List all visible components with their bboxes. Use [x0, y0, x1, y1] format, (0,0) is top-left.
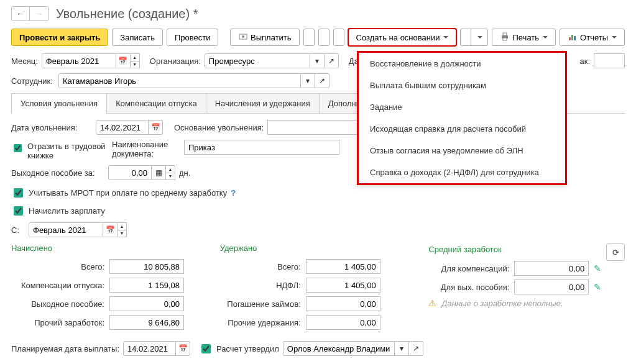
approved-select-button[interactable]: ▾: [395, 341, 409, 356]
svg-rect-12: [571, 35, 573, 40]
document-icon-button[interactable]: [303, 29, 315, 46]
print-button[interactable]: Печать: [492, 29, 556, 46]
org-select-button[interactable]: ▾: [310, 53, 325, 68]
approved-open-button[interactable]: ↗: [409, 341, 423, 356]
pay-button[interactable]: Выплатить: [230, 29, 300, 46]
org-label: Организация:: [150, 57, 201, 66]
save-button[interactable]: Записать: [112, 29, 163, 46]
employee-input[interactable]: [58, 73, 301, 88]
reflect-in-book-label: Отразить в трудовой книжке: [27, 142, 108, 160]
avg-comp-input[interactable]: [514, 261, 589, 276]
calendar-picker-button[interactable]: 📅: [116, 53, 131, 68]
svg-point-1: [242, 35, 244, 38]
printer-icon: [500, 32, 510, 43]
menu-item-outgoing-cert[interactable]: Исходящая справка для расчета пособий: [359, 118, 565, 140]
withheld-heading: Удержано: [220, 243, 417, 253]
consider-mrot-label: Учитывать МРОТ при оплате по среднему за…: [29, 188, 227, 198]
comp-input[interactable]: [109, 278, 184, 293]
caret-down-icon: [612, 36, 617, 39]
tab-conditions[interactable]: Условия увольнения: [11, 93, 107, 114]
svg-rect-11: [569, 37, 571, 40]
folder-button[interactable]: [460, 29, 471, 46]
tab-compensations[interactable]: Компенсации отпуска: [106, 93, 206, 113]
help-icon[interactable]: ?: [231, 188, 236, 198]
caret-down-icon: [443, 36, 448, 39]
script-icon-button[interactable]: [333, 29, 344, 46]
other-income-label: Прочий заработок:: [11, 318, 104, 327]
edit-avg-comp-button[interactable]: ✎: [594, 263, 601, 273]
dismissal-date-input[interactable]: [96, 120, 149, 135]
tab-accruals[interactable]: Начисления и удержания: [206, 93, 320, 113]
employee-label: Сотрудник:: [11, 76, 55, 86]
org-input[interactable]: [205, 53, 310, 68]
warning-icon: ⚠: [428, 298, 436, 308]
planned-date-label: Планируемая дата выплаты:: [11, 344, 119, 353]
svg-rect-9: [503, 33, 507, 35]
forward-button: →: [30, 6, 48, 21]
back-button[interactable]: ←: [11, 6, 30, 21]
severance-unit-label: дн.: [179, 168, 190, 178]
approved-input[interactable]: [283, 341, 395, 356]
doc-name-input[interactable]: [184, 140, 339, 155]
comp-label: Компенсации отпуска:: [11, 281, 104, 290]
withheld-total-input[interactable]: [306, 259, 380, 274]
period-picker-button[interactable]: 📅: [103, 222, 118, 237]
avg-comp-label: Для компенсаций:: [428, 264, 509, 273]
accrued-total-label: Всего:: [11, 262, 104, 271]
menu-item-income-cert[interactable]: Справка о доходах (2-НДФЛ) для сотрудник…: [359, 162, 565, 183]
month-input[interactable]: [42, 53, 116, 68]
create-on-basis-menu: Восстановление в должности Выплата бывши…: [357, 51, 567, 185]
reports-button[interactable]: Отчеты: [560, 29, 625, 46]
create-on-basis-button[interactable]: Создать на основании: [348, 29, 457, 46]
attach-icon-button[interactable]: [318, 29, 330, 46]
planned-date-input[interactable]: [123, 341, 176, 356]
accrue-salary-checkbox[interactable]: [14, 206, 23, 216]
menu-item-payment-former[interactable]: Выплата бывшим сотрудникам: [359, 75, 565, 96]
period-spinner[interactable]: ▲▼: [118, 222, 127, 237]
month-spinner[interactable]: ▲▼: [131, 53, 140, 68]
employee-select-button[interactable]: ▾: [301, 73, 315, 88]
ndfl-label: НДФЛ:: [220, 281, 301, 290]
accrue-salary-label: Начислить зарплату: [29, 206, 105, 216]
accrued-heading: Начислено: [11, 243, 208, 253]
severance-label: Выходное пособие за:: [11, 168, 104, 178]
refresh-button[interactable]: ⟳: [606, 243, 625, 261]
severance-spinner[interactable]: ▲▼: [166, 165, 175, 180]
chart-icon: [568, 32, 578, 43]
ak-label: ак:: [579, 57, 590, 66]
org-open-button[interactable]: ↗: [325, 53, 339, 68]
dismissal-date-label: Дата увольнения:: [11, 123, 92, 132]
period-from-label: С:: [11, 225, 25, 235]
dismissal-basis-label: Основание увольнения:: [174, 123, 264, 132]
severance-input[interactable]: [108, 165, 152, 180]
withheld-total-label: Всего:: [220, 262, 301, 271]
ndfl-input[interactable]: [306, 278, 380, 293]
loans-input[interactable]: [306, 296, 380, 311]
consider-mrot-checkbox[interactable]: [14, 188, 23, 198]
avg-sev-label: Для вых. пособия:: [428, 283, 509, 292]
period-from-input[interactable]: [29, 222, 103, 237]
post-and-close-button[interactable]: Провести и закрыть: [11, 29, 108, 46]
approved-label: Расчет утвердил: [216, 344, 279, 353]
reflect-in-book-checkbox[interactable]: [14, 143, 22, 153]
employee-open-button[interactable]: ↗: [315, 73, 330, 88]
planned-date-picker-button[interactable]: 📅: [176, 341, 190, 356]
ak-input[interactable]: [594, 53, 625, 68]
folder-dropdown-button[interactable]: [471, 29, 488, 46]
severance-total-label: Выходное пособие:: [11, 299, 104, 309]
menu-item-task[interactable]: Задание: [359, 96, 565, 118]
severance-calc-button[interactable]: ▦: [152, 165, 166, 180]
doc-name-label: Наименование документа:: [112, 140, 180, 158]
accrued-total-input[interactable]: [109, 259, 184, 274]
avg-sev-input[interactable]: [514, 280, 589, 294]
approved-checkbox[interactable]: [201, 344, 211, 353]
menu-item-revoke-consent[interactable]: Отзыв согласия на уведомление об ЭЛН: [359, 140, 565, 162]
other-income-input[interactable]: [109, 315, 184, 330]
post-button[interactable]: Провести: [167, 29, 219, 46]
menu-item-restore[interactable]: Восстановление в должности: [359, 53, 565, 75]
severance-total-input[interactable]: [109, 296, 184, 311]
dismissal-date-picker-button[interactable]: 📅: [149, 120, 163, 135]
svg-rect-13: [574, 36, 576, 40]
edit-avg-sev-button[interactable]: ✎: [594, 282, 601, 292]
other-withheld-input[interactable]: [306, 315, 380, 330]
